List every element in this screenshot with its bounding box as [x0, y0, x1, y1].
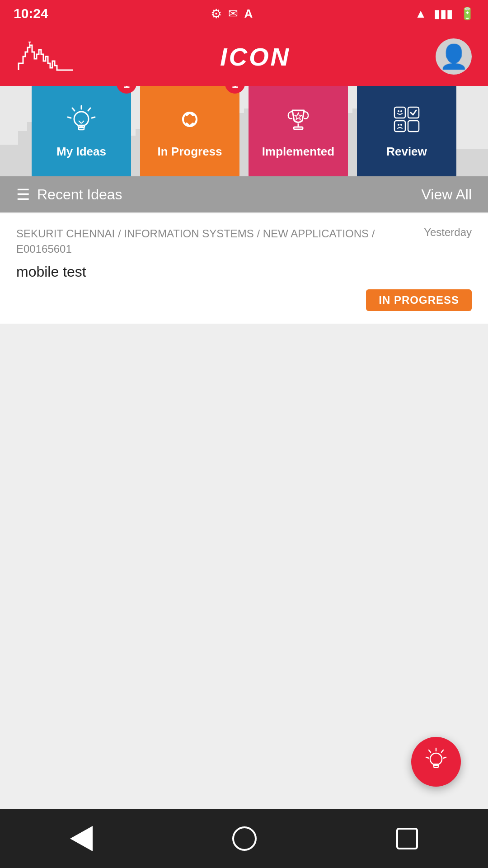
- mail-icon: ✉: [228, 7, 238, 21]
- svg-marker-17: [295, 113, 302, 120]
- svg-line-13: [79, 121, 81, 123]
- svg-rect-12: [79, 127, 84, 130]
- status-system-icons: ⚙ ✉ A: [211, 6, 253, 21]
- idea-meta: SEKURIT CHENNAI / INFORMATION SYSTEMS / …: [16, 226, 472, 256]
- svg-line-8: [72, 108, 75, 111]
- my-ideas-badge: 1: [117, 86, 136, 94]
- svg-point-20: [400, 110, 402, 112]
- recent-ideas-section: ☰ Recent Ideas View All SEKURIT CHENNAI …: [0, 176, 488, 324]
- svg-rect-33: [434, 766, 438, 768]
- my-ideas-label: My Ideas: [56, 145, 106, 159]
- svg-rect-16: [294, 127, 303, 129]
- recent-ideas-title: Recent Ideas: [37, 186, 122, 203]
- back-icon: [70, 826, 93, 851]
- in-progress-label: In Progress: [157, 145, 222, 159]
- recent-ideas-header: ☰ Recent Ideas View All: [0, 176, 488, 212]
- user-avatar[interactable]: 👤: [436, 38, 472, 75]
- svg-point-24: [400, 124, 402, 126]
- signal-icon: ▮▮▮: [434, 7, 453, 21]
- idea-date: Yesterday: [424, 226, 472, 239]
- bottom-navigation: [0, 809, 488, 868]
- svg-line-14: [81, 121, 84, 123]
- view-all-button[interactable]: View All: [422, 186, 472, 203]
- svg-line-7: [92, 117, 95, 118]
- svg-line-29: [443, 757, 446, 758]
- home-icon: [232, 826, 257, 851]
- idea-card[interactable]: SEKURIT CHENNAI / INFORMATION SYSTEMS / …: [0, 213, 488, 324]
- city-banner: 1 My Ideas: [0, 86, 488, 176]
- svg-line-27: [441, 750, 443, 752]
- review-label: Review: [386, 145, 427, 159]
- svg-point-23: [398, 124, 399, 126]
- implemented-card[interactable]: Implemented: [249, 86, 348, 176]
- status-bar: 10:24 ⚙ ✉ A ▲ ▮▮▮ 🔋: [0, 0, 488, 27]
- svg-rect-22: [394, 121, 405, 132]
- status-right-icons: ▲ ▮▮▮ 🔋: [415, 7, 474, 21]
- svg-line-6: [88, 108, 90, 111]
- battery-icon: 🔋: [460, 7, 474, 21]
- svg-rect-21: [408, 107, 419, 118]
- review-card[interactable]: Review: [357, 86, 456, 176]
- add-idea-fab[interactable]: [411, 737, 461, 787]
- in-progress-badge: 1: [225, 86, 245, 94]
- idea-title: mobile test: [16, 264, 472, 280]
- avatar-icon: 👤: [439, 43, 469, 71]
- recent-apps-button[interactable]: [396, 828, 418, 849]
- home-button[interactable]: [232, 826, 257, 851]
- svg-line-28: [429, 750, 431, 752]
- recent-ideas-title-group: ☰ Recent Ideas: [16, 185, 122, 203]
- app-logo: [16, 38, 75, 75]
- fab-bulb-icon: [423, 746, 449, 778]
- hamburger-icon: ☰: [16, 185, 30, 203]
- app-title: ICON: [220, 42, 291, 71]
- wifi-icon: ▲: [415, 7, 427, 21]
- app-header: ICON 👤: [0, 27, 488, 86]
- idea-status-row: IN PROGRESS: [16, 289, 472, 311]
- back-button[interactable]: [70, 826, 93, 851]
- idea-status-badge: IN PROGRESS: [366, 289, 472, 311]
- svg-point-10: [74, 112, 89, 126]
- svg-point-19: [398, 110, 399, 112]
- in-progress-card[interactable]: 1 In Progress: [140, 86, 239, 176]
- svg-line-30: [426, 757, 429, 758]
- settings-icon: ⚙: [211, 6, 222, 21]
- category-cards: 1 My Ideas: [0, 86, 488, 176]
- status-time: 10:24: [14, 6, 48, 21]
- idea-path: SEKURIT CHENNAI / INFORMATION SYSTEMS / …: [16, 226, 415, 256]
- my-ideas-card[interactable]: 1 My Ideas: [32, 86, 131, 176]
- review-icon: [391, 104, 422, 140]
- recent-apps-icon: [396, 828, 418, 849]
- svg-line-9: [68, 117, 71, 118]
- implemented-icon: [282, 104, 314, 140]
- implemented-label: Implemented: [262, 145, 334, 159]
- svg-point-31: [430, 753, 442, 765]
- in-progress-icon: [174, 104, 206, 140]
- svg-rect-25: [408, 121, 419, 132]
- font-icon: A: [244, 7, 253, 21]
- svg-rect-18: [394, 107, 405, 118]
- my-ideas-icon: [66, 104, 97, 140]
- logo-svg: [16, 38, 75, 75]
